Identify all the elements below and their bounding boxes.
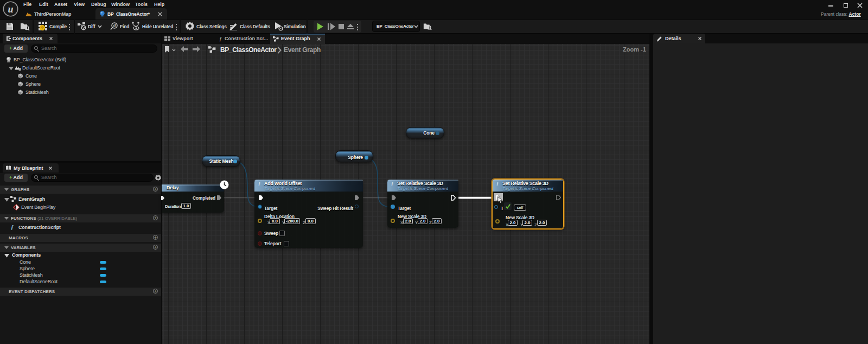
svg-text:?: ? (41, 26, 44, 30)
svg-text:u: u (8, 4, 13, 15)
svg-text:↺: ↺ (113, 23, 116, 28)
